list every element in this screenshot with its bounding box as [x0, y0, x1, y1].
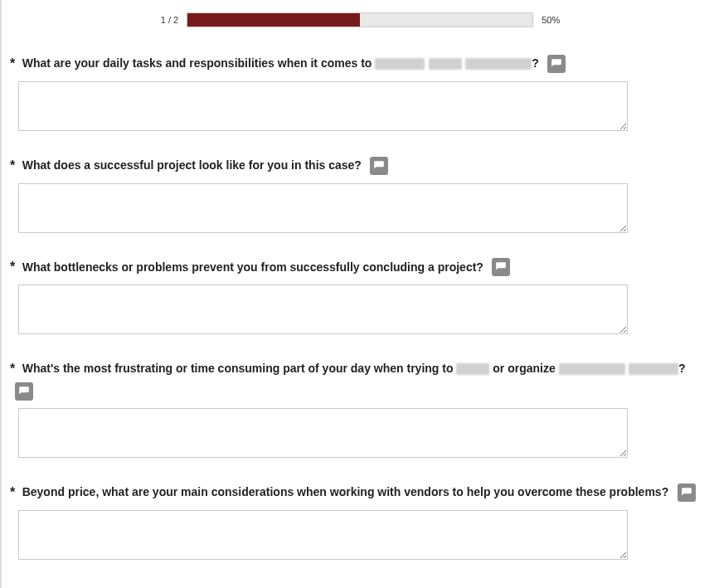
question-4: * What's the most frustrating or time co… — [10, 357, 711, 458]
redacted-text — [629, 363, 678, 375]
required-mark: * — [10, 362, 15, 376]
comment-icon[interactable] — [492, 258, 510, 276]
redacted-text — [465, 58, 532, 70]
progress-row: 1 / 2 50% — [10, 12, 711, 27]
question-4-input[interactable] — [18, 408, 628, 458]
question-2-text: What does a successful project look like… — [22, 158, 362, 172]
question-1-text-post: ? — [532, 56, 539, 70]
question-3-label-row: * What bottlenecks or problems prevent y… — [10, 256, 711, 279]
comment-icon[interactable] — [547, 55, 566, 73]
question-1-text-pre: What are your daily tasks and responsibi… — [22, 56, 376, 70]
question-2-label-row: * What does a successful project look li… — [10, 154, 711, 177]
question-2-input[interactable] — [18, 183, 628, 233]
question-3: * What bottlenecks or problems prevent y… — [10, 256, 711, 335]
redacted-text — [429, 58, 462, 70]
progress-bar — [187, 12, 533, 27]
redacted-text — [559, 363, 625, 375]
question-3-input[interactable] — [18, 284, 628, 334]
comment-icon[interactable] — [15, 382, 33, 401]
question-5-input[interactable] — [18, 510, 628, 560]
question-2: * What does a successful project look li… — [10, 154, 711, 233]
survey-page: 1 / 2 50% * What are your daily tasks an… — [2, 0, 719, 588]
progress-page-label: 1 / 2 — [161, 15, 178, 25]
question-4-text-post: ? — [678, 362, 686, 375]
question-4-label-row: * What's the most frustrating or time co… — [10, 357, 711, 401]
question-3-text: What bottlenecks or problems prevent you… — [22, 260, 483, 274]
question-4-text-pre: What's the most frustrating or time cons… — [22, 362, 457, 375]
question-5: * Beyond price, what are your main consi… — [10, 481, 711, 560]
required-mark: * — [10, 485, 15, 499]
comment-icon[interactable] — [678, 484, 696, 502]
redacted-text — [375, 58, 425, 70]
redacted-text — [456, 363, 489, 375]
comment-icon[interactable] — [370, 157, 388, 175]
progress-bar-fill — [187, 13, 360, 27]
question-5-label-row: * Beyond price, what are your main consi… — [10, 481, 711, 503]
required-mark: * — [10, 158, 15, 173]
progress-percent-label: 50% — [542, 15, 560, 25]
required-mark: * — [10, 56, 15, 70]
required-mark: * — [10, 260, 15, 274]
question-5-text: Beyond price, what are your main conside… — [22, 485, 669, 498]
question-1-label-row: * What are your daily tasks and responsi… — [10, 52, 711, 75]
question-1: * What are your daily tasks and responsi… — [10, 52, 711, 131]
question-1-input[interactable] — [18, 81, 628, 131]
question-4-text-mid: or organize — [489, 362, 558, 375]
